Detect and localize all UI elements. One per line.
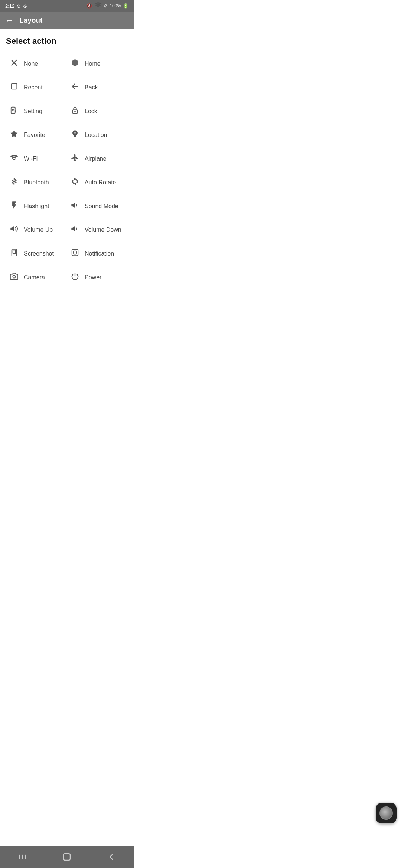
status-bar: 2:12 ⊙ ⊗ 🔇 ⊘ 100% 🔋 bbox=[0, 0, 134, 12]
action-none[interactable]: None bbox=[6, 52, 67, 76]
action-wifi[interactable]: Wi-Fi bbox=[6, 147, 67, 171]
notification-icon bbox=[70, 249, 80, 259]
action-setting[interactable]: Setting bbox=[6, 99, 67, 123]
airplane-icon bbox=[70, 154, 80, 164]
blocked-icon: ⊘ bbox=[104, 3, 108, 9]
bluetooth-icon bbox=[9, 177, 19, 188]
action-camera[interactable]: Camera bbox=[6, 266, 67, 289]
battery-text: 100% bbox=[110, 3, 121, 9]
actions-grid: None Home Recent Back bbox=[6, 52, 128, 289]
action-volume-down[interactable]: Volume Down bbox=[67, 218, 128, 242]
action-auto-rotate-label: Auto Rotate bbox=[85, 179, 116, 186]
none-icon bbox=[9, 59, 19, 69]
action-none-label: None bbox=[24, 60, 38, 67]
action-auto-rotate[interactable]: Auto Rotate bbox=[67, 171, 128, 194]
svg-point-15 bbox=[14, 255, 14, 256]
svg-marker-8 bbox=[11, 131, 17, 137]
screenshot-icon bbox=[9, 249, 19, 259]
status-right: 🔇 ⊘ 100% 🔋 bbox=[87, 1, 128, 11]
action-setting-label: Setting bbox=[24, 108, 42, 115]
action-volume-down-label: Volume Down bbox=[85, 227, 121, 233]
auto-rotate-icon bbox=[70, 177, 80, 188]
action-home[interactable]: Home bbox=[67, 52, 128, 76]
volume-down-icon bbox=[70, 225, 80, 235]
action-flashlight[interactable]: Flashlight bbox=[6, 194, 67, 218]
action-wifi-label: Wi-Fi bbox=[24, 155, 38, 162]
action-screenshot-label: Screenshot bbox=[24, 250, 54, 257]
svg-point-17 bbox=[73, 251, 76, 254]
home-icon bbox=[70, 59, 80, 69]
setting-icon bbox=[9, 106, 19, 116]
svg-rect-3 bbox=[12, 84, 17, 89]
action-airplane-label: Airplane bbox=[85, 155, 107, 162]
back-icon bbox=[70, 82, 80, 93]
lock-icon bbox=[70, 106, 80, 116]
svg-marker-12 bbox=[72, 227, 75, 231]
action-flashlight-label: Flashlight bbox=[24, 203, 49, 210]
svg-point-9 bbox=[74, 132, 76, 134]
action-home-label: Home bbox=[85, 60, 101, 67]
toolbar: ← Layout bbox=[0, 12, 134, 29]
action-sound-mode[interactable]: Sound Mode bbox=[67, 194, 128, 218]
svg-rect-16 bbox=[72, 250, 78, 256]
favorite-icon bbox=[9, 130, 19, 140]
action-lock-label: Lock bbox=[85, 108, 97, 115]
wifi-icon bbox=[9, 154, 19, 164]
action-screenshot[interactable]: Screenshot bbox=[6, 242, 67, 266]
svg-point-2 bbox=[72, 60, 78, 66]
action-bluetooth[interactable]: Bluetooth bbox=[6, 171, 67, 194]
sound-mode-icon bbox=[70, 201, 80, 211]
time-display: 2:12 bbox=[5, 3, 14, 9]
location-icon bbox=[70, 130, 80, 140]
action-power-label: Power bbox=[85, 274, 101, 281]
svg-rect-4 bbox=[11, 107, 15, 114]
action-power[interactable]: Power bbox=[67, 266, 128, 289]
action-notification-label: Notification bbox=[85, 250, 114, 257]
action-recent-label: Recent bbox=[24, 84, 43, 91]
action-volume-up-label: Volume Up bbox=[24, 227, 53, 233]
action-favorite[interactable]: Favorite bbox=[6, 123, 67, 147]
action-back[interactable]: Back bbox=[67, 76, 128, 99]
flashlight-icon bbox=[9, 201, 19, 211]
wifi-status-icon bbox=[94, 1, 102, 11]
svg-rect-14 bbox=[13, 250, 15, 254]
back-button[interactable]: ← bbox=[5, 16, 13, 25]
account-icon: ⊗ bbox=[23, 3, 27, 9]
status-left: 2:12 ⊙ ⊗ bbox=[5, 3, 27, 9]
action-airplane[interactable]: Airplane bbox=[67, 147, 128, 171]
main-content: Select action None Home Recent bbox=[0, 29, 134, 297]
battery-icon: 🔋 bbox=[123, 3, 128, 9]
svg-marker-11 bbox=[11, 227, 14, 231]
mute-icon: 🔇 bbox=[87, 3, 92, 9]
svg-marker-10 bbox=[72, 203, 75, 208]
action-location-label: Location bbox=[85, 132, 107, 138]
recent-icon bbox=[9, 82, 19, 93]
action-camera-label: Camera bbox=[24, 274, 45, 281]
action-lock[interactable]: Lock bbox=[67, 99, 128, 123]
action-location[interactable]: Location bbox=[67, 123, 128, 147]
toolbar-title: Layout bbox=[19, 16, 42, 24]
svg-point-18 bbox=[13, 275, 15, 278]
action-notification[interactable]: Notification bbox=[67, 242, 128, 266]
action-favorite-label: Favorite bbox=[24, 132, 45, 138]
section-title: Select action bbox=[6, 36, 128, 46]
action-sound-mode-label: Sound Mode bbox=[85, 203, 118, 210]
camera-icon bbox=[9, 272, 19, 283]
action-volume-up[interactable]: Volume Up bbox=[6, 218, 67, 242]
action-recent[interactable]: Recent bbox=[6, 76, 67, 99]
record-icon: ⊙ bbox=[17, 3, 21, 9]
svg-point-5 bbox=[12, 109, 14, 111]
svg-point-7 bbox=[75, 111, 76, 112]
volume-up-icon bbox=[9, 225, 19, 235]
action-bluetooth-label: Bluetooth bbox=[24, 179, 49, 186]
power-icon bbox=[70, 272, 80, 283]
action-back-label: Back bbox=[85, 84, 98, 91]
